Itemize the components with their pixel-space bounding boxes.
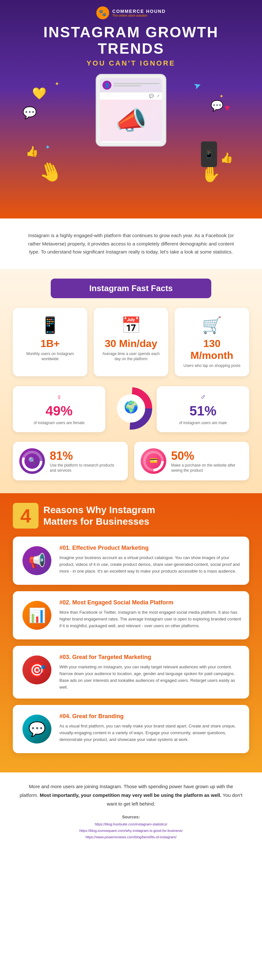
female-stat-card: ♀ 49% of instagram users are female [13, 386, 105, 432]
brand-name: COMMERCE HOUND [113, 9, 166, 14]
stat-icon-1: 💳 [141, 448, 166, 474]
female-percentage: 49% [19, 403, 99, 419]
source-link-0[interactable]: https://blog.hootsuite.com/instagram-sta… [19, 821, 243, 828]
reason-icon-0: 📢 [22, 546, 51, 575]
fact-icon-2: 🛒 [181, 316, 243, 334]
fact-card-1: 📅 30 Min/day Average time a user spends … [94, 308, 168, 377]
hand-left-icon: 🤚 [35, 157, 66, 187]
fact-number-0: 1B+ [19, 338, 81, 350]
tablet-share-icon: ↗ [156, 94, 160, 98]
star-bottom-deco-icon: ✦ [45, 143, 51, 151]
fact-icon-0: 📱 [19, 316, 81, 334]
megaphone-icon: 📣 [115, 105, 147, 135]
tablet-avatar-icon: 👤 [102, 81, 111, 90]
fact-number-1: 30 Min/day [100, 338, 162, 350]
star-deco-icon: ✦ [55, 80, 59, 88]
stat-card-0: 🔍 81% Use the platform to research produ… [13, 442, 128, 480]
stat-desc-0: Use the platform to research products an… [50, 463, 121, 474]
bubble-teal-deco-icon: 💬 [211, 100, 224, 112]
facts-section: Instagram Fast Facts 📱 1B+ Monthly users… [0, 269, 262, 493]
stat-pct-1: 50% [171, 449, 243, 463]
brand-bar: 🐾 COMMERCE HOUND The online store soluti… [13, 6, 249, 19]
stat-card-1: 💳 50% Make a purchase on the website aft… [134, 442, 249, 480]
reason-card-3: 💬 #04. Great for Branding As a visual fi… [13, 705, 249, 753]
fact-card-2: 🛒 130 M/month Users who tap on shopping … [175, 308, 249, 377]
reason-icon-wrap-1: 📊 [21, 599, 53, 632]
fact-icon-1: 📅 [100, 316, 162, 334]
stat-desc-1: Make a purchase on the website after see… [171, 463, 243, 474]
brand-tagline: The online store solution [113, 14, 166, 18]
reason-title-1: #02. Most Engaged Social Media Platform [59, 599, 241, 606]
reason-icon-wrap-2: 🎯 [21, 654, 53, 686]
donut-center-icon: 🌍 [124, 400, 138, 414]
facts-section-title: Instagram Fast Facts [51, 278, 211, 298]
bubble-left-deco-icon: 💬 [22, 106, 37, 119]
fact-label-0: Monthly users on Instagram worldwide [19, 351, 81, 362]
header-section: 🐾 COMMERCE HOUND The online store soluti… [0, 0, 262, 218]
male-label: of instagram users are male [163, 420, 243, 426]
hand-right-icon: 🤚 [200, 164, 220, 183]
footer-highlight: More and more users are joining Instagra… [19, 782, 243, 808]
reason-card-2: 🎯 #03. Great for Targeted Marketing With… [13, 646, 249, 698]
stat-text-1: 50% Make a purchase on the website after… [171, 449, 243, 474]
sub-title: YOU CAN'T IGNORE [13, 59, 249, 67]
reason-icon-wrap-3: 💬 [21, 713, 53, 745]
phone-small-icon: 📱 [201, 142, 217, 167]
reason-content-2: #03. Great for Targeted Marketing With y… [59, 654, 241, 690]
thumb-left-deco-icon: 👍 [26, 145, 38, 158]
main-title: INSTAGRAM GROWTH TRENDS [13, 24, 249, 57]
brand-logo-icon: 🐾 [96, 6, 109, 19]
stat-icon-glyph-0: 🔍 [28, 457, 36, 464]
hero-illustration: 💛 ✦ ➤ ✦ ♥ 💬 👍 👍 💬 ➤ ✦ 👤 [13, 74, 249, 183]
reasons-title: Reasons Why InstagramMatters for Busines… [43, 504, 155, 527]
fact-card-0: 📱 1B+ Monthly users on Instagram worldwi… [13, 308, 87, 377]
male-icon: ♂ [163, 393, 243, 402]
reason-card-1: 📊 #02. Most Engaged Social Media Platfor… [13, 591, 249, 640]
source-link-2[interactable]: https://www.powerreviews.com/blog/benefi… [19, 834, 243, 840]
reason-icon-3: 💬 [22, 714, 51, 743]
reason-icon-2: 🎯 [22, 655, 51, 684]
male-stat-card: ♂ 51% of instagram users are male [157, 386, 249, 432]
tablet-comment-icon: 💬 [149, 94, 154, 98]
stat-pct-0: 81% [50, 449, 121, 463]
reasons-section: 4 Reasons Why InstagramMatters for Busin… [0, 493, 262, 772]
reason-content-1: #02. Most Engaged Social Media Platform … [59, 599, 241, 629]
reasons-title-row: 4 Reasons Why InstagramMatters for Busin… [13, 503, 249, 528]
fact-number-2: 130 M/month [181, 338, 243, 361]
reason-text-2: With your marketing on Instagram, you ca… [59, 664, 241, 690]
brand-text: COMMERCE HOUND The online store solution [113, 9, 166, 18]
tablet-mockup: 👤 💬 ↗ 📣 [96, 74, 166, 146]
reason-text-0: Imagine your business account as a virtu… [59, 555, 241, 574]
fact-label-2: Users who tap on shopping posts [181, 363, 243, 369]
sources-title: Sources: [19, 815, 243, 819]
heart-right-deco-icon: ♥ [224, 103, 230, 113]
facts-grid: 📱 1B+ Monthly users on Instagram worldwi… [13, 308, 249, 377]
reason-title-3: #04. Great for Branding [59, 713, 241, 720]
reason-text-3: As a visual first platform, you can real… [59, 723, 241, 743]
reason-card-0: 📢 #01. Effective Product Marketing Imagi… [13, 536, 249, 585]
source-link-1[interactable]: https://blog.iconosquare.com/why-instagr… [19, 828, 243, 834]
donut-svg: 🌍 [108, 386, 154, 431]
male-percentage: 51% [163, 403, 243, 419]
reason-title-0: #01. Effective Product Marketing [59, 545, 241, 551]
reason-content-3: #04. Great for Branding As a visual firs… [59, 713, 241, 743]
stat-donut-1: 💳 [142, 450, 165, 473]
reason-content-0: #01. Effective Product Marketing Imagine… [59, 545, 241, 574]
gender-donut-chart: 🌍 [108, 386, 154, 432]
heart-deco-icon: 💛 [32, 87, 46, 100]
stat-text-0: 81% Use the platform to research product… [50, 449, 121, 474]
thumb-right-deco-icon: 👍 [220, 152, 233, 164]
plane-deco-icon: ➤ [192, 80, 203, 92]
stat-donut-0: 🔍 [21, 450, 43, 473]
stat-icon-glyph-1: 💳 [149, 457, 158, 464]
gender-stats-row: ♀ 49% of instagram users are female 🌍 ♂ … [13, 386, 249, 432]
reason-text-1: More than Facebook or Twitter, Instagram… [59, 609, 241, 629]
fact-label-1: Average time a user spends each day on t… [100, 351, 162, 362]
reason-icon-1: 📊 [22, 601, 51, 630]
stat-icon-0: 🔍 [19, 448, 45, 474]
star-right-deco-icon: ✦ [219, 93, 224, 99]
intro-section: Instagram is a highly engaged-with platf… [0, 218, 262, 269]
female-label: of instagram users are female [19, 420, 99, 426]
footer-section: More and more users are joining Instagra… [0, 772, 262, 850]
female-icon: ♀ [19, 393, 99, 402]
